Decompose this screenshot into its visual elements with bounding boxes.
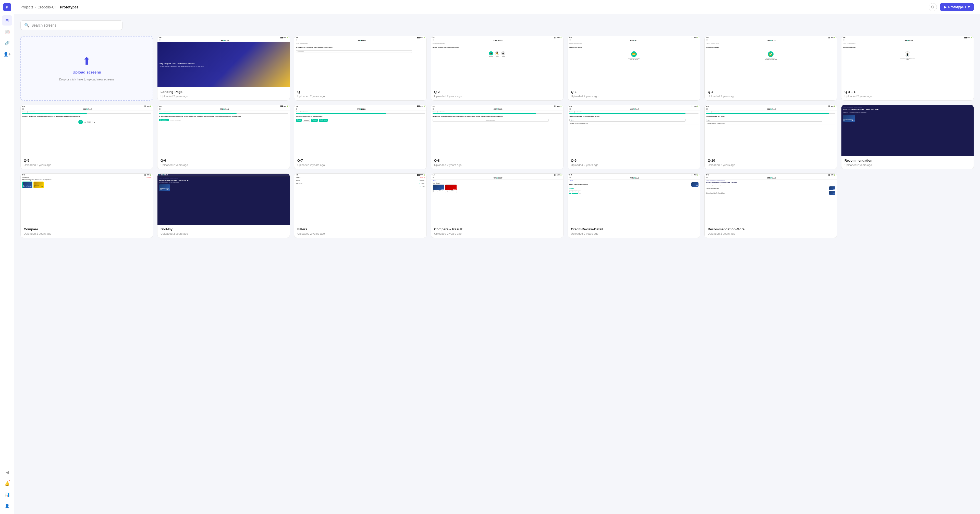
sidebar: P ⊞ 📖 🔗 👤+ ◀ 🔔 📊 👤 <box>0 0 14 514</box>
sidebar-item-profile[interactable]: 👤 <box>2 501 12 511</box>
sidebar-item-notifications[interactable]: 🔔 <box>2 478 12 488</box>
screen-card-q9[interactable]: 9:41▌▌▌ WiFi 🔋 ☰ CREDELLO Home › Questio… <box>568 105 700 169</box>
sidebar-item-back[interactable]: ◀ <box>2 467 12 477</box>
prototype-label: Prototype 1 <box>948 5 966 9</box>
screen-preview-credit-review: 9:41▌▌▌ WiFi 🔋 ☰ CREDELLO ‹ Back Chase S… <box>568 174 700 225</box>
screen-preview-q: 9:41▌▌▌ WiFi 🔋 ☰ CREDELLO Home › Questio… <box>294 36 426 87</box>
upload-card[interactable]: ⬆ Upload screens Drop or click here to u… <box>21 36 153 101</box>
prototype-icon: ▶ <box>944 5 947 9</box>
screen-preview-compare: 9:41▌▌▌ WiFi 🔋 Compare Clear All Choose … <box>21 174 153 225</box>
settings-button[interactable]: ⚙ <box>929 3 937 11</box>
sidebar-item-projects[interactable]: ⊞ <box>2 15 12 26</box>
main-content: 🔍 ⬆ Upload screens Drop or click here to… <box>14 14 980 514</box>
screen-preview-q6: 9:41▌▌▌ WiFi 🔋 ☰ CREDELLO Home › Questio… <box>158 105 290 156</box>
screen-preview-q4b: 9:41▌▌▌ WiFi 🔋 ☰ CREDELLO Home › Questio… <box>842 36 974 87</box>
screen-card-q5[interactable]: 9:41▌▌▌ WiFi 🔋 ☰ CREDELLO Home › Questio… <box>21 105 153 169</box>
screen-card-compare[interactable]: 9:41▌▌▌ WiFi 🔋 Compare Clear All Choose … <box>21 173 153 238</box>
search-input[interactable] <box>32 23 119 27</box>
screen-card-rec-more[interactable]: 9:41▌▌▌ WiFi 🔋 ☰ CREDELLO Home › Questio… <box>704 173 837 238</box>
search-bar: 🔍 <box>21 21 123 30</box>
screen-card-q7[interactable]: 9:41▌▌▌ WiFi 🔋 ☰ CREDELLO Home › Questio… <box>294 105 427 169</box>
screen-preview-q5: 9:41▌▌▌ WiFi 🔋 ☰ CREDELLO Home › Questio… <box>21 105 153 156</box>
dropdown-icon: ▾ <box>968 5 970 9</box>
top-nav-right: ⚙ ▶ Prototype 1 ▾ <box>929 3 974 11</box>
upload-icon: ⬆ <box>83 55 91 67</box>
screen-card-q4[interactable]: 9:41▌▌▌ WiFi 🔋 ☰ CREDELLO Home › Questio… <box>704 36 837 101</box>
sidebar-item-link[interactable]: 🔗 <box>2 38 12 48</box>
prototype-button[interactable]: ▶ Prototype 1 ▾ <box>940 3 974 11</box>
screen-preview-compare-result: 9:41▌▌▌ WiFi 🔋 ☰ CREDELLO ‹ Back Your Re… <box>431 174 563 225</box>
screen-preview-q9: 9:41▌▌▌ WiFi 🔋 ☰ CREDELLO Home › Questio… <box>568 105 700 156</box>
screen-card-landing[interactable]: 9:41▌▌▌ WiFi 🔋 ☰ CREDELLO Why compare cr… <box>157 36 290 101</box>
breadcrumb-credello[interactable]: Credello-UI <box>38 5 56 9</box>
sidebar-item-adduser[interactable]: 👤+ <box>2 49 12 59</box>
upload-subtitle: Drop or click here to upload new screens <box>59 77 115 82</box>
screen-card-filters[interactable]: 9:41▌▌▌ WiFi 🔋 Filters Clear all Brands … <box>294 173 427 238</box>
screen-preview-rec-more: 9:41▌▌▌ WiFi 🔋 ☰ CREDELLO Home › Questio… <box>705 174 837 225</box>
breadcrumb-projects[interactable]: Projects <box>21 5 33 9</box>
screen-preview-q8: 9:41▌▌▌ WiFi 🔋 ☰ CREDELLO Home › Questio… <box>431 105 563 156</box>
screen-preview-q3: 9:41▌▌▌ WiFi 🔋 ☰ CREDELLO Home › Questio… <box>568 36 700 87</box>
screen-name: Landing-Page <box>161 90 286 94</box>
screen-card-sortby[interactable]: ☰ CREDELLO Home › Questionnaire › Recomm… <box>157 173 290 238</box>
breadcrumb: Projects › Credello-UI › Prototypes <box>21 5 79 9</box>
screen-preview-filters: 9:41▌▌▌ WiFi 🔋 Filters Clear all Brands … <box>294 174 426 225</box>
screen-card-recommendation[interactable]: Home › Questionnaire › Recommendation Be… <box>841 105 974 169</box>
screen-preview-sortby: ☰ CREDELLO Home › Questionnaire › Recomm… <box>158 174 290 225</box>
upload-title: Upload screens <box>73 70 101 74</box>
screen-date: Uploaded 2 years ago <box>161 95 286 98</box>
screen-card-q4b[interactable]: 9:41▌▌▌ WiFi 🔋 ☰ CREDELLO Home › Questio… <box>841 36 974 101</box>
screen-preview-q10: 9:41▌▌▌ WiFi 🔋 ☰ CREDELLO Home › Questio… <box>705 105 837 156</box>
breadcrumb-current: Prototypes <box>60 5 79 9</box>
screen-preview-q2: 9:41▌▌▌ WiFi 🔋 ☰ CREDELLO Home › Questio… <box>431 36 563 87</box>
screen-card-q2[interactable]: 9:41▌▌▌ WiFi 🔋 ☰ CREDELLO Home › Questio… <box>431 36 563 101</box>
screen-preview-landing: 9:41▌▌▌ WiFi 🔋 ☰ CREDELLO Why compare cr… <box>158 36 290 87</box>
screens-grid: ⬆ Upload screens Drop or click here to u… <box>21 36 974 238</box>
sidebar-item-analytics[interactable]: 📊 <box>2 490 12 500</box>
app-logo[interactable]: P <box>3 3 11 11</box>
screen-preview-recommendation: Home › Questionnaire › Recommendation Be… <box>842 105 974 156</box>
screen-card-q3[interactable]: 9:41▌▌▌ WiFi 🔋 ☰ CREDELLO Home › Questio… <box>568 36 700 101</box>
screen-card-q10[interactable]: 9:41▌▌▌ WiFi 🔋 ☰ CREDELLO Home › Questio… <box>704 105 837 169</box>
top-nav: Projects › Credello-UI › Prototypes ⚙ ▶ … <box>14 0 980 14</box>
screen-preview-q4: 9:41▌▌▌ WiFi 🔋 ☰ CREDELLO Home › Questio… <box>705 36 837 87</box>
screen-card-q6[interactable]: 9:41▌▌▌ WiFi 🔋 ☰ CREDELLO Home › Questio… <box>157 105 290 169</box>
screen-card-q[interactable]: 9:41▌▌▌ WiFi 🔋 ☰ CREDELLO Home › Questio… <box>294 36 427 101</box>
search-icon: 🔍 <box>24 23 29 27</box>
notification-badge <box>9 480 11 482</box>
screen-card-compare-result[interactable]: 9:41▌▌▌ WiFi 🔋 ☰ CREDELLO ‹ Back Your Re… <box>431 173 563 238</box>
screen-info-landing: Landing-Page Uploaded 2 years ago <box>158 87 290 101</box>
screen-card-credit-review[interactable]: 9:41▌▌▌ WiFi 🔋 ☰ CREDELLO ‹ Back Chase S… <box>568 173 700 238</box>
sidebar-item-book[interactable]: 📖 <box>2 27 12 37</box>
screen-card-q8[interactable]: 9:41▌▌▌ WiFi 🔋 ☰ CREDELLO Home › Questio… <box>431 105 563 169</box>
screen-preview-q7: 9:41▌▌▌ WiFi 🔋 ☰ CREDELLO Home › Questio… <box>294 105 426 156</box>
